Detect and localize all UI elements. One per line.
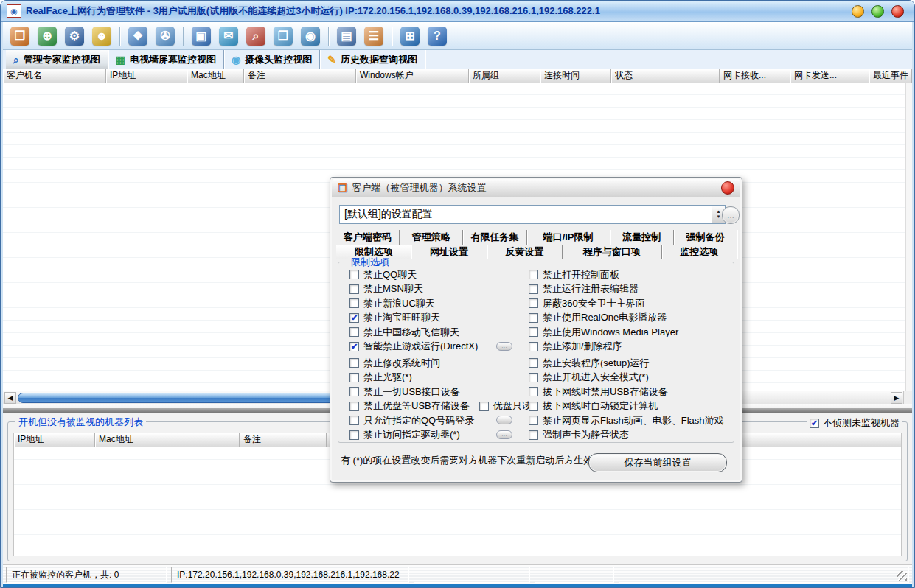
dialog-tab-2-3[interactable]: 反黄设置 xyxy=(487,245,563,259)
option-row[interactable]: 禁止添加/删除程序 xyxy=(529,340,729,354)
file-manage-icon[interactable]: ❖ xyxy=(128,27,147,46)
option-row[interactable]: 拔下网线时禁用USB存储设备 xyxy=(529,385,729,399)
column-header[interactable]: 状态 xyxy=(611,69,720,83)
option-row[interactable]: 禁止开机进入安全模式(*) xyxy=(529,371,729,385)
column-header[interactable]: IP地址 xyxy=(14,433,95,447)
checkbox[interactable] xyxy=(479,402,489,411)
checkbox[interactable] xyxy=(349,402,359,411)
dialog-titlebar[interactable]: ❐ 客户端（被管理机器）系统设置 xyxy=(332,179,740,197)
vertical-scrollbar[interactable] xyxy=(905,83,912,391)
key-auth-icon[interactable]: ✇ xyxy=(156,27,175,46)
option-row[interactable]: 禁止一切USB接口设备 xyxy=(349,385,530,399)
option-row[interactable]: ✔智能禁止游戏运行(DirectX)… xyxy=(349,340,530,354)
checkbox[interactable] xyxy=(529,327,538,337)
titlebar[interactable]: ◉ RealFace上网行为管理软件 - 3用户试用版(试用版不能连续超过3小时… xyxy=(1,1,914,22)
message-send-icon[interactable]: ✉ xyxy=(219,27,238,46)
disc-record-icon[interactable]: ◉ xyxy=(301,27,320,46)
checkbox[interactable] xyxy=(349,358,359,368)
dialog-tab-1-1[interactable]: 客户端密码 xyxy=(336,230,400,245)
dialog-tab-1-5[interactable]: 流量控制 xyxy=(610,230,674,245)
option-row[interactable]: 禁止修改系统时间 xyxy=(349,356,530,371)
checkbox[interactable] xyxy=(529,298,538,308)
client-manage-icon[interactable]: ❐ xyxy=(10,27,29,46)
option-row[interactable]: 拔下网线时自动锁定计算机 xyxy=(529,399,729,414)
option-row[interactable]: ✔禁止淘宝旺旺聊天 xyxy=(349,311,530,326)
option-row[interactable]: 禁止网页显示Flash动画、电影、Flash游戏 xyxy=(529,413,729,428)
view-tab-4[interactable]: ✎历史数据查询视图 xyxy=(320,50,425,69)
option-row[interactable]: 禁止QQ聊天 xyxy=(349,267,530,282)
column-header[interactable]: 备注 xyxy=(244,69,356,83)
column-header[interactable]: Mac地址 xyxy=(187,69,244,83)
option-row[interactable]: 禁止运行注册表编辑器 xyxy=(529,282,729,297)
dialog-tab-2-4[interactable]: 程序与窗口项 xyxy=(563,245,662,259)
column-header[interactable]: 所属组 xyxy=(469,69,540,83)
dialog-tab-1-2[interactable]: 管理策略 xyxy=(400,230,463,245)
user-groups-icon[interactable]: ☻ xyxy=(92,27,111,46)
checkbox[interactable] xyxy=(529,270,538,279)
remote-settings-icon[interactable]: ⚙ xyxy=(65,27,84,46)
column-header[interactable]: 客户机名 xyxy=(3,69,106,83)
option-row[interactable]: 屏蔽360安全卫士主界面 xyxy=(529,296,729,311)
column-header[interactable]: Windows帐户 xyxy=(356,69,469,83)
dialog-tab-1-4[interactable]: 端口/IP限制 xyxy=(527,230,610,245)
network-view-icon[interactable]: ⊕ xyxy=(38,27,57,46)
scroll-left-icon[interactable]: ◀ xyxy=(4,392,16,404)
checkbox[interactable] xyxy=(349,387,359,396)
shop-cart-icon[interactable]: ⊞ xyxy=(400,27,420,46)
dialog-tab-2-5[interactable]: 监控选项 xyxy=(662,245,737,259)
checkbox[interactable] xyxy=(529,373,538,382)
checkbox[interactable] xyxy=(529,416,538,425)
option-row[interactable]: 禁止中国移动飞信聊天 xyxy=(349,325,530,340)
view-tab-3[interactable]: ◉摄像头监控视图 xyxy=(224,50,320,69)
scroll-right-icon[interactable]: ▶ xyxy=(891,392,902,404)
resize-grip[interactable] xyxy=(897,571,907,581)
more-button[interactable]: … xyxy=(496,416,512,424)
checkbox[interactable] xyxy=(349,284,359,294)
dialog-close-button[interactable] xyxy=(721,181,734,195)
column-header[interactable]: 连接时间 xyxy=(540,69,611,83)
minimize-button[interactable] xyxy=(852,5,864,18)
checkbox[interactable]: ✔ xyxy=(349,342,359,351)
dialog-tab-2-2[interactable]: 网址设置 xyxy=(411,245,487,259)
option-row[interactable]: 强制声卡为静音状态 xyxy=(529,428,729,443)
checkbox[interactable]: ✔ xyxy=(810,419,819,428)
column-header[interactable]: Mac地址 xyxy=(95,433,240,447)
spinner-down-icon[interactable]: ▼ xyxy=(717,214,721,220)
checkbox[interactable] xyxy=(349,416,359,425)
checkbox[interactable] xyxy=(529,313,538,323)
checkbox[interactable]: ✔ xyxy=(349,313,359,323)
checkbox[interactable] xyxy=(529,402,538,411)
checkbox[interactable] xyxy=(349,270,359,279)
more-button[interactable]: … xyxy=(496,430,512,439)
option-row[interactable]: 禁止MSN聊天 xyxy=(349,282,530,297)
option-row[interactable]: 禁止新浪UC聊天 xyxy=(349,296,530,311)
option-row[interactable]: 只允许指定的QQ号码登录… xyxy=(349,413,530,428)
option-row[interactable]: 禁止使用RealOne电影播放器 xyxy=(529,311,729,326)
save-group-settings-button[interactable]: 保存当前组设置 xyxy=(588,453,727,472)
browse-button[interactable]: … xyxy=(722,206,740,224)
checkbox[interactable] xyxy=(529,284,538,294)
checkbox[interactable] xyxy=(529,342,538,351)
checkbox[interactable] xyxy=(529,358,538,368)
option-row[interactable]: 禁止光驱(*) xyxy=(349,371,530,385)
checkbox[interactable] xyxy=(529,387,538,396)
dialog-tab-1-3[interactable]: 有限任务集 xyxy=(463,230,526,245)
dialog-tab-1-6[interactable]: 强制备份 xyxy=(674,230,737,245)
column-header[interactable]: 网卡接收... xyxy=(720,69,790,83)
option-row[interactable]: 禁止安装程序(setup)运行 xyxy=(529,356,729,371)
maximize-button[interactable] xyxy=(871,5,884,18)
close-button[interactable] xyxy=(891,5,904,18)
user-log-icon[interactable]: ☰ xyxy=(364,27,383,46)
view-tab-2[interactable]: ▦电视墙屏幕监控视图 xyxy=(108,50,224,69)
screen-monitor-icon[interactable]: ▣ xyxy=(192,27,211,46)
help-icon[interactable]: ? xyxy=(428,27,447,46)
option-row[interactable]: 禁止打开控制面板 xyxy=(529,267,729,282)
option-row[interactable]: 禁止优盘等USB存储设备优盘只读 xyxy=(349,399,530,414)
group-config-combobox[interactable]: [默认组]的设置配置 ▲ ▼ xyxy=(339,205,726,224)
checkbox[interactable] xyxy=(529,430,538,440)
view-tab-1[interactable]: ⌕管理专家监控视图 xyxy=(6,50,108,69)
checkbox[interactable] xyxy=(349,298,359,308)
address-book-icon[interactable]: ▤ xyxy=(337,27,356,46)
option-row[interactable]: 禁止使用Windows Media Player xyxy=(529,325,729,340)
column-header[interactable]: IP地址 xyxy=(106,69,187,83)
